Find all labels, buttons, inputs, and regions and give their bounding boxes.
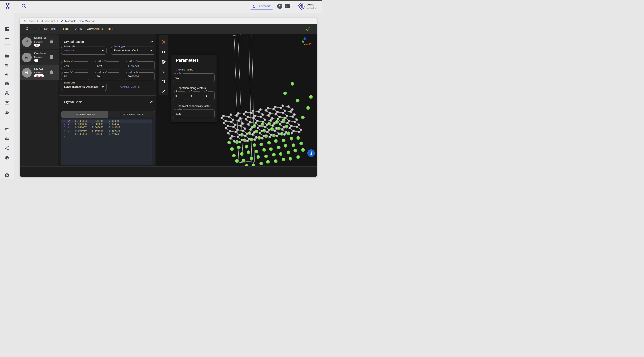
connectivity-input[interactable] [173,110,214,118]
lattice-b-input[interactable] [94,62,120,69]
materials-molecule-icon[interactable] [4,72,10,77]
rail-divider [4,45,10,45]
save-check-icon[interactable] [306,27,310,31]
search-icon[interactable] [21,3,27,9]
cloud-upload-icon[interactable] [4,110,10,115]
angle-ab-field: angle (a^b) [125,72,155,80]
atomic-radius-input[interactable] [173,74,214,82]
upload-icon [252,5,255,8]
user-avatar[interactable] [298,3,305,10]
upgrade-label: UPGRADE [256,5,271,8]
close-icon[interactable] [161,40,166,45]
share-icon[interactable] [4,146,10,151]
repetition-c-input[interactable] [203,92,214,100]
info-button[interactable]: i [307,149,315,157]
material-item-graphene[interactable]: Graphene (... Formula: C [20,50,59,65]
formula-badge: Ni [34,44,40,47]
collapse-chevron-icon[interactable] [150,41,154,43]
editor-scrollbar[interactable] [152,119,155,165]
help-button[interactable]: ? [277,4,282,9]
workflows-tree-icon[interactable] [4,91,10,96]
lattice-units-select[interactable]: Lattice units angstrom [61,47,106,55]
delete-trash-icon[interactable] [49,39,54,44]
create-new-icon[interactable] [4,36,10,41]
user-plan: Individual [306,7,317,10]
structure-editor-column: Crystal Lattice Lattice units angstrom L… [59,34,156,166]
basis-row: 6 [61,136,152,139]
menu-view[interactable]: VIEW [72,26,85,32]
measure-ruler-icon[interactable] [161,69,166,74]
repetition-a-input[interactable] [173,92,186,100]
material-item-ni[interactable]: Ni (mp-23) Formula: Ni [20,35,59,50]
top-bar [0,1,322,13]
settings-gear-icon[interactable] [161,59,166,64]
chevron-right-icon [57,20,59,22]
apply-edits-button[interactable]: APPLY EDITS [120,85,140,88]
angle-bc-field: angle (b^c) [61,72,89,80]
formula-badge: C [34,59,38,62]
app-logo-icon [4,2,11,10]
breadcrumb-account[interactable]: Account [40,19,55,23]
user-name: demo [306,3,314,6]
material-avatar [22,37,32,47]
lattice-a-input[interactable] [62,62,89,69]
materials-list: Ni (mp-23) Formula: Ni Graphene (... For… [20,34,59,166]
projects-folder-icon[interactable] [4,53,10,58]
viewer-3d: Parameters Atomic radius Value Repetitio… [156,34,317,166]
bank-one-icon[interactable]: 1 [4,81,10,86]
lattice-b-field: Lattice 'b' [94,62,120,70]
menu-help[interactable]: HELP [106,26,118,32]
globe-icon[interactable] [4,155,10,160]
dashboard-icon[interactable] [4,27,10,32]
basis-row: 2Ni 0.0000000.0000010.074345 [61,123,152,126]
institution-bank-icon[interactable] [4,127,10,132]
chevron-down-icon [291,6,293,7]
basis-row: 4C 0.0000000.0000000.259730 [61,129,152,132]
jobs-playlist-icon[interactable] [4,63,10,68]
basis-row: 1Ni 0.3333330.3333340.000000 [61,120,152,123]
delete-trash-icon[interactable] [49,70,54,75]
material-item-ni3c2-selected[interactable]: Ni3 C2 Formula: Ni3C2 [20,65,59,80]
tab-cartesian-units[interactable]: CARTESIAN UNITS [108,111,155,118]
atomic-radius-field: Value [173,73,215,82]
lattice-a-field: Lattice 'a' [61,62,89,70]
chevron-right-icon [37,20,38,22]
lattice-type-select[interactable]: Lattice type Face-centered Cubic [111,47,155,55]
repetition-b-input[interactable] [188,92,201,100]
upgrade-button[interactable]: UPGRADE [250,3,273,10]
tab-crystal-units[interactable]: CRYSTAL UNITS [62,111,108,118]
pencil-icon [60,19,64,23]
edit-pencil-icon[interactable] [161,89,166,94]
breadcrumb-home[interactable]: Home [23,19,35,23]
material-title: Ni (mp-23) [34,37,46,40]
repetition-label: Repetition along vectors: [176,86,206,90]
menu-advanced[interactable]: ADVANCED [85,26,106,32]
lattice-units-value: angstrom [62,47,106,54]
terminal-icon [285,4,290,9]
menu-edit[interactable]: EDIT [60,26,72,32]
team-group-icon[interactable] [4,136,10,141]
help-question-icon: ? [279,5,281,8]
angle-bc-input[interactable] [62,73,89,80]
material-avatar [22,53,32,62]
lattice-units-mode-select[interactable]: Lattice units Scale Interatomic Distance… [61,83,106,91]
delete-trash-icon[interactable] [49,55,54,59]
collapse-chevron-icon[interactable] [150,101,154,103]
formula-label: Formula: [34,71,43,74]
angle-ac-input[interactable] [94,73,120,80]
basis-row: 3Ni 0.6666670.6666670.148689 [61,126,152,129]
connectivity-field: Value [173,110,215,118]
angle-ac-field: angle (a^c) [94,72,120,80]
swap-vertical-icon[interactable] [161,79,166,84]
menu-input-output[interactable]: INPUT/OUTPUT [34,26,60,32]
visibility-eye-icon[interactable] [161,50,166,55]
svg-text:1: 1 [6,83,8,85]
console-menu-button[interactable] [285,4,293,9]
media-image-icon[interactable] [4,100,10,105]
connectivity-label: Chemical connectivity factor [176,105,210,108]
angle-ab-input[interactable] [125,73,154,80]
helm-wheel-icon[interactable] [4,173,10,178]
basis-code-editor[interactable]: 1Ni 0.3333330.3333340.000000 2Ni 0.00000… [61,119,152,165]
lattice-c-input[interactable] [125,62,154,69]
info-icon: i [310,151,312,156]
